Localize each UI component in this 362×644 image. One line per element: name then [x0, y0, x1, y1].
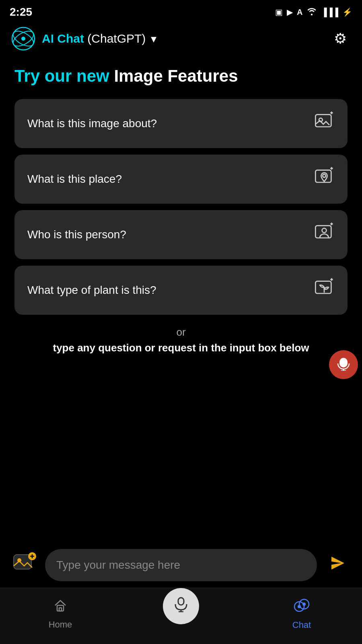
message-input[interactable]: [45, 549, 317, 581]
home-icon: [53, 598, 68, 617]
home-label: Home: [49, 619, 72, 630]
floating-record-button[interactable]: [329, 350, 358, 379]
nav-mic-center: [121, 596, 241, 636]
status-bar: 2:25 ▣ ▶ A ▐▐▐ ⚡: [0, 0, 362, 23]
send-button[interactable]: [323, 551, 352, 580]
suggestion-card-3[interactable]: What type of plant is this?: [14, 266, 348, 315]
bottom-nav: Home Chat: [0, 588, 362, 644]
video-icon: ▶: [287, 7, 293, 17]
mic-button[interactable]: [163, 588, 199, 624]
suggestion-card-1[interactable]: What is this place?: [14, 155, 348, 204]
nav-home[interactable]: Home: [0, 598, 121, 634]
app-logo: ≡: [11, 27, 35, 51]
or-text: or: [14, 326, 348, 339]
svg-rect-30: [178, 598, 184, 605]
header: ≡ AI Chat (ChatGPT) ▾ ⚙: [0, 23, 362, 55]
main-content: Try our new Image Features What is this …: [0, 55, 362, 354]
header-title: AI Chat (ChatGPT) ▾: [42, 32, 156, 45]
svg-point-36: [302, 603, 306, 606]
suggestion-text-2: Who is this person?: [27, 228, 126, 241]
svg-rect-20: [339, 358, 348, 367]
header-left: ≡ AI Chat (ChatGPT) ▾: [11, 27, 156, 51]
attach-image-icon: [12, 551, 36, 580]
image-add-icon-0: [314, 111, 335, 136]
suggestion-card-0[interactable]: What is this image about?: [14, 99, 348, 148]
plant-image-icon-3: [314, 278, 335, 303]
suggestion-card-2[interactable]: Who is this person?: [14, 210, 348, 259]
nav-chat[interactable]: Chat: [241, 598, 362, 634]
chat-icon: [294, 598, 310, 617]
record-icon: [336, 356, 351, 374]
settings-icon: ⚙: [334, 30, 347, 47]
bottom-input-area: [0, 543, 362, 588]
svg-rect-29: [59, 608, 62, 611]
or-section: or type any question or request in the i…: [14, 326, 348, 354]
battery-icon: ⚡: [342, 7, 352, 17]
signal-icon: ▐▐▐: [321, 8, 338, 17]
text-icon: A: [297, 8, 302, 17]
or-subtext: type any question or request in the inpu…: [14, 342, 348, 354]
svg-text:≡: ≡: [22, 36, 25, 42]
person-image-icon-2: [314, 222, 335, 247]
mic-icon: [173, 596, 189, 616]
svg-point-10: [323, 174, 326, 178]
attach-image-button[interactable]: [10, 551, 39, 580]
status-icons: ▣ ▶ A ▐▐▐ ⚡: [275, 7, 352, 17]
promo-title: Try our new Image Features: [14, 66, 348, 86]
dropdown-icon[interactable]: ▾: [151, 33, 156, 45]
svg-point-35: [298, 605, 301, 608]
svg-rect-13: [315, 226, 331, 238]
suggestion-text-1: What is this place?: [27, 173, 122, 186]
suggestion-text-0: What is this image about?: [27, 117, 157, 130]
send-icon: [328, 553, 348, 577]
wifi-icon: [306, 7, 317, 17]
location-image-icon-1: [314, 167, 335, 192]
square-icon: ▣: [275, 7, 283, 17]
suggestion-text-3: What type of plant is this?: [27, 284, 156, 297]
settings-button[interactable]: ⚙: [330, 28, 351, 49]
chat-label: Chat: [292, 620, 311, 630]
status-time: 2:25: [10, 6, 32, 19]
svg-point-14: [322, 229, 327, 233]
